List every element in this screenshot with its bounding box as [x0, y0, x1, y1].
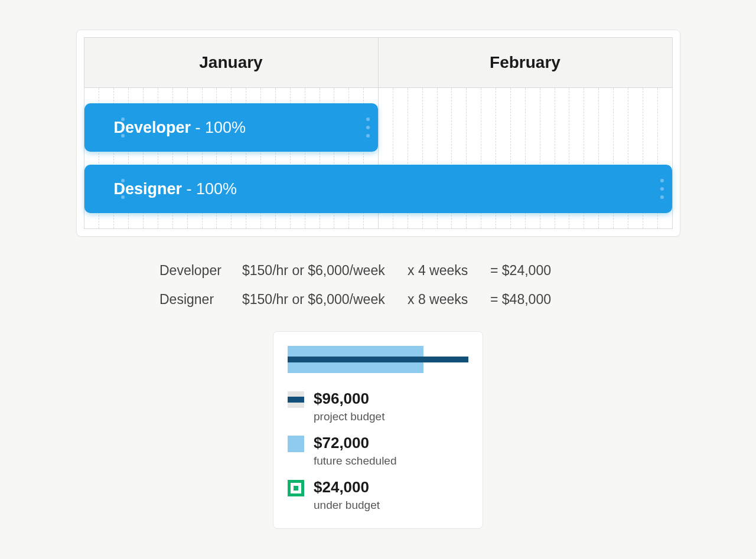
budget-bar	[288, 346, 468, 373]
project-budget-amount: $96,000	[314, 390, 384, 408]
cost-rate: $150/hr or $6,000/week	[242, 292, 408, 308]
cost-duration: x 8 weeks	[408, 292, 490, 308]
cost-breakdown: Developer$150/hr or $6,000/weekx 4 weeks…	[159, 263, 597, 308]
budget-bar-project	[288, 357, 468, 362]
drag-handle-left-icon[interactable]	[114, 103, 128, 152]
swatch-under-budget-icon	[288, 480, 304, 496]
cost-total: = $48,000	[490, 292, 573, 308]
drag-handle-left-icon[interactable]	[114, 165, 128, 213]
swatch-future-scheduled-icon	[288, 436, 304, 452]
budget-row-scheduled: $72,000 future scheduled	[288, 434, 468, 468]
gantt-bar-designer[interactable]: Designer - 100%	[84, 165, 672, 213]
under-budget-label: under budget	[314, 499, 380, 512]
future-scheduled-amount: $72,000	[314, 434, 397, 452]
drag-handle-right-icon[interactable]	[364, 103, 378, 152]
budget-card: $96,000 project budget $72,000 future sc…	[273, 331, 483, 529]
cost-duration: x 4 weeks	[408, 263, 490, 279]
month-header: January February	[84, 37, 673, 87]
budget-row-project: $96,000 project budget	[288, 390, 468, 423]
schedule-grid: Developer - 100%Designer - 100%	[84, 87, 673, 229]
under-budget-amount: $24,000	[314, 478, 380, 496]
project-budget-label: project budget	[314, 410, 384, 423]
month-column-february: February	[379, 38, 672, 87]
schedule-card: January February Developer - 100%Designe…	[76, 30, 680, 237]
month-column-january: January	[84, 38, 379, 87]
cost-total: = $24,000	[490, 263, 573, 279]
gantt-bar-developer[interactable]: Developer - 100%	[84, 103, 379, 152]
gantt-bar-label: Designer - 100%	[114, 180, 237, 198]
swatch-project-budget-icon	[288, 391, 304, 408]
cost-role: Developer	[159, 263, 242, 279]
budget-row-under: $24,000 under budget	[288, 478, 468, 512]
cost-role: Designer	[159, 292, 242, 308]
future-scheduled-label: future scheduled	[314, 455, 397, 468]
drag-handle-right-icon[interactable]	[658, 165, 672, 213]
gantt-bar-label: Developer - 100%	[114, 119, 246, 137]
cost-rate: $150/hr or $6,000/week	[242, 263, 408, 279]
